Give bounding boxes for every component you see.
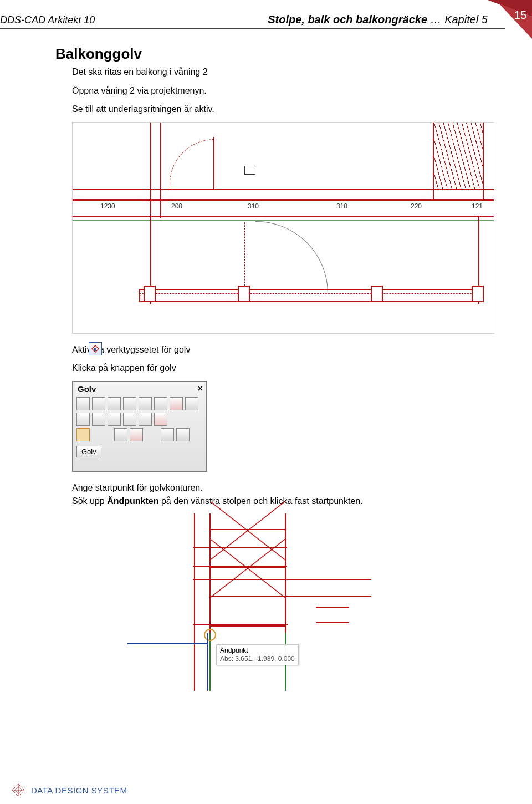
dim-3: 310 xyxy=(248,202,259,210)
header-title-bold: Stolpe, balk och balkongräcke xyxy=(268,13,427,26)
cad-drawing-top: 1230 200 310 310 220 121 xyxy=(72,122,494,334)
golv-tool-panel: Golv × xyxy=(72,381,207,472)
toolbar-icon[interactable] xyxy=(123,413,136,426)
dim-1: 1230 xyxy=(100,202,115,210)
toolbar-icon[interactable] xyxy=(92,413,105,426)
paragraph-3: Se till att underlagsritningen är aktiv. xyxy=(72,103,493,115)
toolbar-icon[interactable] xyxy=(76,413,90,426)
toolbar-icon[interactable] xyxy=(76,397,90,410)
paragraph-click-button: Klicka på knappen för golv xyxy=(72,362,493,374)
paragraph-2: Öppna våning 2 via projektmenyn. xyxy=(72,85,493,97)
section-title: Balkonggolv xyxy=(55,45,493,63)
footer-brand-text: DATA DESIGN SYSTEM xyxy=(31,786,127,795)
dim-6: 121 xyxy=(472,202,483,210)
paragraph-1: Det ska ritas en balkong i våning 2 xyxy=(72,66,493,78)
text-span: Sök upp xyxy=(72,496,107,506)
toolbar-icon[interactable] xyxy=(154,413,167,426)
toolbar-icon[interactable] xyxy=(92,397,105,410)
toolbar-icon[interactable] xyxy=(130,428,143,441)
header-right: Stolpe, balk och balkongräcke … Kapitel … xyxy=(268,13,488,26)
paragraph-activate-toolset: Aktivera verktygssetet för golv xyxy=(72,344,493,356)
toolbar-icon[interactable] xyxy=(108,397,121,410)
page-number-flag: 15 xyxy=(471,0,532,50)
page-number: 15 xyxy=(514,9,526,21)
toolbar-icon[interactable] xyxy=(154,397,167,410)
text-bold-andpunkten: Ändpunkten xyxy=(107,496,158,506)
toolbar-icon[interactable] xyxy=(123,397,136,410)
tooltip-coords: Abs: 3.651, -1.939, 0.000 xyxy=(220,655,295,663)
header-left: DDS-CAD Arkitekt 10 xyxy=(0,14,95,26)
tooltip-title: Ändpunkt xyxy=(220,647,295,655)
toolbar-icon[interactable] xyxy=(114,428,127,441)
snap-tooltip: Ändpunkt Abs: 3.651, -1.939, 0.000 xyxy=(216,644,299,665)
dim-5: 220 xyxy=(411,202,422,210)
toolbar-icon[interactable] xyxy=(139,397,152,410)
toolbar-icon[interactable] xyxy=(170,397,183,410)
golv-button[interactable]: Golv xyxy=(76,446,101,457)
cad-drawing-endpoint: Ändpunkt Abs: 3.651, -1.939, 0.000 xyxy=(127,513,371,691)
header-divider xyxy=(0,28,505,29)
footer-brand: DATA DESIGN SYSTEM xyxy=(11,783,127,797)
golv-tile-button[interactable] xyxy=(76,428,90,441)
toolbar-icon[interactable] xyxy=(176,428,190,441)
toolbar-icon[interactable] xyxy=(139,413,152,426)
toolbar-icon[interactable] xyxy=(161,428,174,441)
dim-4: 310 xyxy=(336,202,347,210)
svg-rect-2 xyxy=(94,348,96,351)
toolset-icon xyxy=(89,342,102,355)
tool-panel-title: Golv xyxy=(73,382,206,396)
dds-logo-icon xyxy=(11,783,25,797)
text-span: på den vänstra stolpen och klicka fast s… xyxy=(158,496,362,506)
paragraph-startpoint: Ange startpunkt för golvkonturen. xyxy=(72,482,493,494)
tool-panel-close-icon[interactable]: × xyxy=(198,384,203,394)
dim-2: 200 xyxy=(171,202,182,210)
toolbar-icon[interactable] xyxy=(185,397,198,410)
toolbar-icon[interactable] xyxy=(108,413,121,426)
